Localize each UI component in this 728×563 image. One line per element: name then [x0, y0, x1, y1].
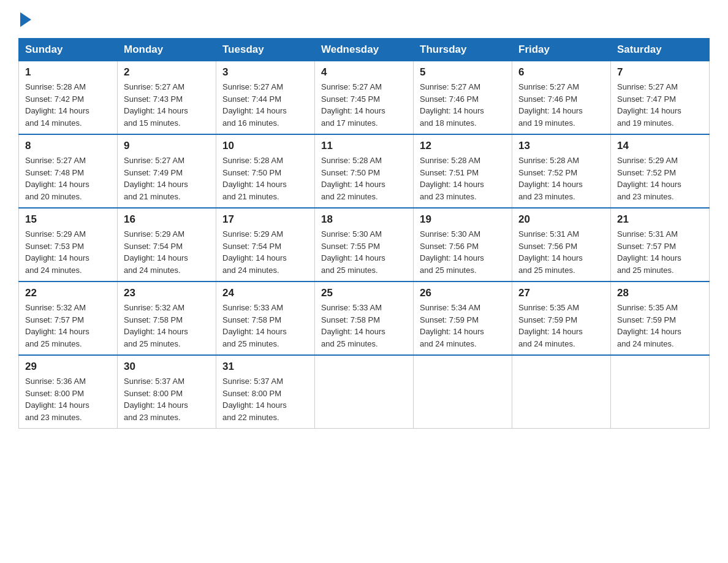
day-info: Sunrise: 5:29 AMSunset: 7:54 PMDaylight:… [222, 229, 287, 275]
day-info: Sunrise: 5:27 AMSunset: 7:45 PMDaylight:… [321, 82, 385, 128]
calendar-cell: 31 Sunrise: 5:37 AMSunset: 8:00 PMDaylig… [216, 355, 315, 429]
day-info: Sunrise: 5:28 AMSunset: 7:42 PMDaylight:… [25, 82, 89, 128]
day-number: 8 [25, 140, 111, 152]
day-info: Sunrise: 5:27 AMSunset: 7:43 PMDaylight:… [124, 82, 188, 128]
day-number: 22 [25, 287, 111, 299]
calendar-cell: 6 Sunrise: 5:27 AMSunset: 7:46 PMDayligh… [512, 61, 611, 135]
day-number: 10 [222, 140, 308, 152]
calendar-cell: 11 Sunrise: 5:28 AMSunset: 7:50 PMDaylig… [315, 134, 414, 208]
day-number: 20 [518, 213, 604, 226]
weekday-header-wednesday: Wednesday [315, 39, 414, 61]
calendar-cell: 17 Sunrise: 5:29 AMSunset: 7:54 PMDaylig… [216, 208, 315, 282]
day-info: Sunrise: 5:27 AMSunset: 7:47 PMDaylight:… [617, 82, 681, 128]
day-info: Sunrise: 5:31 AMSunset: 7:57 PMDaylight:… [617, 229, 681, 275]
calendar-cell: 14 Sunrise: 5:29 AMSunset: 7:52 PMDaylig… [611, 134, 710, 208]
day-number: 30 [124, 361, 210, 373]
calendar-cell: 27 Sunrise: 5:35 AMSunset: 7:59 PMDaylig… [512, 282, 611, 355]
weekday-header-thursday: Thursday [414, 39, 512, 61]
day-number: 28 [617, 287, 703, 299]
day-number: 18 [321, 213, 407, 226]
calendar-cell: 10 Sunrise: 5:28 AMSunset: 7:50 PMDaylig… [216, 134, 315, 208]
calendar-cell: 7 Sunrise: 5:27 AMSunset: 7:47 PMDayligh… [611, 61, 710, 135]
day-number: 12 [420, 140, 506, 152]
day-number: 13 [518, 140, 604, 152]
logo [18, 12, 31, 27]
calendar-cell [611, 355, 710, 429]
calendar-table: SundayMondayTuesdayWednesdayThursdayFrid… [18, 38, 710, 429]
day-number: 26 [420, 287, 506, 299]
day-info: Sunrise: 5:36 AMSunset: 8:00 PMDaylight:… [25, 377, 89, 422]
day-number: 7 [617, 66, 703, 79]
day-number: 15 [25, 213, 111, 226]
day-info: Sunrise: 5:32 AMSunset: 7:58 PMDaylight:… [124, 303, 188, 348]
day-info: Sunrise: 5:28 AMSunset: 7:52 PMDaylight:… [518, 156, 583, 201]
day-info: Sunrise: 5:29 AMSunset: 7:53 PMDaylight:… [25, 229, 89, 275]
day-number: 21 [617, 213, 703, 226]
day-info: Sunrise: 5:34 AMSunset: 7:59 PMDaylight:… [420, 303, 484, 348]
day-number: 3 [222, 66, 308, 79]
day-number: 24 [222, 287, 308, 299]
day-number: 1 [25, 66, 111, 79]
day-info: Sunrise: 5:27 AMSunset: 7:44 PMDaylight:… [222, 82, 287, 128]
day-info: Sunrise: 5:37 AMSunset: 8:00 PMDaylight:… [124, 377, 188, 422]
day-number: 29 [25, 361, 111, 373]
day-info: Sunrise: 5:35 AMSunset: 7:59 PMDaylight:… [518, 303, 583, 348]
calendar-cell: 15 Sunrise: 5:29 AMSunset: 7:53 PMDaylig… [19, 208, 118, 282]
calendar-cell: 19 Sunrise: 5:30 AMSunset: 7:56 PMDaylig… [414, 208, 512, 282]
weekday-header-sunday: Sunday [19, 39, 118, 61]
day-info: Sunrise: 5:27 AMSunset: 7:49 PMDaylight:… [124, 156, 188, 201]
calendar-week-row: 8 Sunrise: 5:27 AMSunset: 7:48 PMDayligh… [19, 134, 710, 208]
calendar-cell: 9 Sunrise: 5:27 AMSunset: 7:49 PMDayligh… [118, 134, 216, 208]
day-info: Sunrise: 5:28 AMSunset: 7:50 PMDaylight:… [222, 156, 287, 201]
calendar-cell: 4 Sunrise: 5:27 AMSunset: 7:45 PMDayligh… [315, 61, 414, 135]
day-number: 23 [124, 287, 210, 299]
day-info: Sunrise: 5:30 AMSunset: 7:56 PMDaylight:… [420, 229, 484, 275]
day-info: Sunrise: 5:28 AMSunset: 7:51 PMDaylight:… [420, 156, 484, 201]
day-number: 16 [124, 213, 210, 226]
calendar-cell: 20 Sunrise: 5:31 AMSunset: 7:56 PMDaylig… [512, 208, 611, 282]
calendar-cell: 13 Sunrise: 5:28 AMSunset: 7:52 PMDaylig… [512, 134, 611, 208]
day-number: 2 [124, 66, 210, 79]
calendar-cell: 23 Sunrise: 5:32 AMSunset: 7:58 PMDaylig… [118, 282, 216, 355]
calendar-cell: 8 Sunrise: 5:27 AMSunset: 7:48 PMDayligh… [19, 134, 118, 208]
calendar-cell: 12 Sunrise: 5:28 AMSunset: 7:51 PMDaylig… [414, 134, 512, 208]
calendar-week-row: 1 Sunrise: 5:28 AMSunset: 7:42 PMDayligh… [19, 61, 710, 135]
day-number: 17 [222, 213, 308, 226]
calendar-cell [512, 355, 611, 429]
calendar-week-row: 29 Sunrise: 5:36 AMSunset: 8:00 PMDaylig… [19, 355, 710, 429]
day-number: 4 [321, 66, 407, 79]
weekday-header-tuesday: Tuesday [216, 39, 315, 61]
day-info: Sunrise: 5:27 AMSunset: 7:48 PMDaylight:… [25, 156, 89, 201]
day-number: 19 [420, 213, 506, 226]
calendar-cell: 18 Sunrise: 5:30 AMSunset: 7:55 PMDaylig… [315, 208, 414, 282]
day-number: 9 [124, 140, 210, 152]
calendar-cell: 3 Sunrise: 5:27 AMSunset: 7:44 PMDayligh… [216, 61, 315, 135]
day-info: Sunrise: 5:33 AMSunset: 7:58 PMDaylight:… [321, 303, 385, 348]
day-info: Sunrise: 5:32 AMSunset: 7:57 PMDaylight:… [25, 303, 89, 348]
calendar-cell [315, 355, 414, 429]
day-info: Sunrise: 5:27 AMSunset: 7:46 PMDaylight:… [518, 82, 583, 128]
calendar-cell: 21 Sunrise: 5:31 AMSunset: 7:57 PMDaylig… [611, 208, 710, 282]
day-number: 31 [222, 361, 308, 373]
calendar-cell: 1 Sunrise: 5:28 AMSunset: 7:42 PMDayligh… [19, 61, 118, 135]
calendar-cell: 25 Sunrise: 5:33 AMSunset: 7:58 PMDaylig… [315, 282, 414, 355]
calendar-cell: 28 Sunrise: 5:35 AMSunset: 7:59 PMDaylig… [611, 282, 710, 355]
day-info: Sunrise: 5:33 AMSunset: 7:58 PMDaylight:… [222, 303, 287, 348]
day-number: 27 [518, 287, 604, 299]
day-number: 5 [420, 66, 506, 79]
calendar-cell: 26 Sunrise: 5:34 AMSunset: 7:59 PMDaylig… [414, 282, 512, 355]
day-info: Sunrise: 5:29 AMSunset: 7:52 PMDaylight:… [617, 156, 681, 201]
calendar-week-row: 15 Sunrise: 5:29 AMSunset: 7:53 PMDaylig… [19, 208, 710, 282]
day-info: Sunrise: 5:27 AMSunset: 7:46 PMDaylight:… [420, 82, 484, 128]
logo-arrow-icon [20, 12, 31, 27]
day-info: Sunrise: 5:31 AMSunset: 7:56 PMDaylight:… [518, 229, 583, 275]
calendar-cell: 30 Sunrise: 5:37 AMSunset: 8:00 PMDaylig… [118, 355, 216, 429]
weekday-header-saturday: Saturday [611, 39, 710, 61]
calendar-cell: 29 Sunrise: 5:36 AMSunset: 8:00 PMDaylig… [19, 355, 118, 429]
weekday-header-friday: Friday [512, 39, 611, 61]
day-info: Sunrise: 5:37 AMSunset: 8:00 PMDaylight:… [222, 377, 287, 422]
day-info: Sunrise: 5:28 AMSunset: 7:50 PMDaylight:… [321, 156, 385, 201]
day-info: Sunrise: 5:29 AMSunset: 7:54 PMDaylight:… [124, 229, 188, 275]
calendar-cell: 5 Sunrise: 5:27 AMSunset: 7:46 PMDayligh… [414, 61, 512, 135]
day-info: Sunrise: 5:30 AMSunset: 7:55 PMDaylight:… [321, 229, 385, 275]
